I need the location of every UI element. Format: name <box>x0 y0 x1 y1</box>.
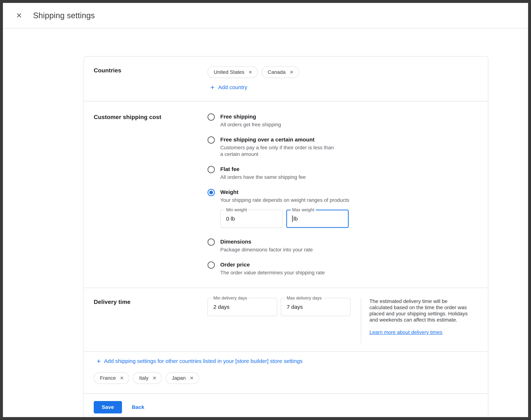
min-weight-field-label: Min weight <box>225 208 249 212</box>
max-delivery-days-label: Max delivery days <box>285 296 323 300</box>
chip-label: Japan <box>172 375 186 381</box>
max-weight-field-label: Max weight <box>291 208 316 212</box>
country-chip-japan: Japan ✕ <box>166 372 199 384</box>
max-weight-field-value: lb <box>293 216 298 222</box>
add-other-countries-button[interactable]: + Add shipping settings for other countr… <box>94 358 303 365</box>
min-delivery-days-value: 2 days <box>213 304 229 310</box>
add-other-countries-label: Add shipping settings for other countrie… <box>104 358 303 364</box>
radio-option-dimensions[interactable]: Dimensions Package dimensions factor int… <box>208 238 349 253</box>
text-caret <box>292 215 293 222</box>
radio-option-order-price[interactable]: Order price The order value determines y… <box>208 261 349 276</box>
delivery-fields: Min delivery days 2 days Max delivery da… <box>208 298 350 344</box>
countries-label: Countries <box>94 66 208 91</box>
countries-content: United States ✕ Canada ✕ <box>208 66 299 91</box>
min-delivery-days-field[interactable]: Min delivery days 2 days <box>208 298 277 316</box>
dialog-header: ✕ Shipping settings <box>3 3 528 29</box>
page-title: Shipping settings <box>33 11 95 20</box>
option-description: Package dimensions factor into your rate <box>220 246 313 253</box>
country-chip-list: United States ✕ Canada ✕ <box>208 66 299 78</box>
plus-icon: + <box>97 358 101 365</box>
shipping-cost-section: Customer shipping cost Free shipping All… <box>84 101 488 288</box>
plus-icon: + <box>211 84 214 91</box>
radio-icon[interactable] <box>208 261 215 269</box>
chip-label: United States <box>214 69 244 75</box>
option-title: Dimensions <box>220 238 313 245</box>
close-icon: ✕ <box>289 70 294 75</box>
back-button[interactable]: Back <box>130 404 147 410</box>
radio-option-free-shipping[interactable]: Free shipping All orders get free shippi… <box>208 113 349 128</box>
radio-option-flat-fee[interactable]: Flat fee All orders have the same shippi… <box>208 165 349 180</box>
close-icon: ✕ <box>190 376 194 380</box>
min-weight-field[interactable]: Min weight 0 lb <box>220 210 283 228</box>
max-weight-field[interactable]: Max weight lb <box>286 210 349 228</box>
close-icon: ✕ <box>120 376 124 380</box>
country-chip-italy: Italy ✕ <box>133 372 162 384</box>
country-chip-united-states: United States ✕ <box>208 66 258 78</box>
option-description: Customers pay a fee only if their order … <box>220 144 338 157</box>
chip-remove-button[interactable]: ✕ <box>289 69 294 75</box>
other-countries-section: + Add shipping settings for other countr… <box>84 351 488 393</box>
close-icon: ✕ <box>248 70 252 75</box>
option-title: Free shipping over a certain amount <box>220 136 338 143</box>
learn-more-link[interactable]: Learn more about delivery times <box>369 329 442 335</box>
delivery-time-content: Min delivery days 2 days Max delivery da… <box>208 298 478 344</box>
delivery-info: The estimated delivery time will be calc… <box>369 298 469 344</box>
add-country-label: Add country <box>218 84 247 90</box>
chip-remove-button[interactable]: ✕ <box>248 69 253 75</box>
max-delivery-days-field[interactable]: Max delivery days 7 days <box>281 298 350 316</box>
option-description: All orders have the same shipping fee <box>220 174 306 180</box>
radio-option-weight[interactable]: Weight Your shipping rate depends on wei… <box>208 189 349 230</box>
settings-card: Countries United States ✕ Canada ✕ <box>84 56 488 420</box>
delivery-time-section: Delivery time Min delivery days 2 days M… <box>84 288 488 351</box>
radio-icon[interactable] <box>208 136 215 144</box>
delivery-time-label: Delivery time <box>94 298 208 344</box>
chip-label: Canada <box>268 69 286 75</box>
option-title: Order price <box>220 261 325 268</box>
actions-section: Save Back <box>84 393 488 420</box>
shipping-cost-options: Free shipping All orders get free shippi… <box>208 113 349 277</box>
vertical-divider <box>361 298 361 344</box>
chip-remove-button[interactable]: ✕ <box>189 375 194 381</box>
radio-icon[interactable] <box>208 166 215 173</box>
other-country-chip-list: France ✕ Italy ✕ Japan ✕ <box>94 372 478 384</box>
option-title: Flat fee <box>220 165 306 173</box>
chip-label: France <box>100 375 116 381</box>
radio-option-free-over-amount[interactable]: Free shipping over a certain amount Cust… <box>208 136 349 157</box>
delivery-info-text: The estimated delivery time will be calc… <box>369 298 469 323</box>
shipping-settings-dialog: ✕ Shipping settings Countries United Sta… <box>0 0 531 420</box>
country-chip-france: France ✕ <box>94 372 129 384</box>
countries-section: Countries United States ✕ Canada ✕ <box>84 57 488 101</box>
close-icon: ✕ <box>16 12 22 19</box>
chip-remove-button[interactable]: ✕ <box>119 375 124 381</box>
add-country-button[interactable]: + Add country <box>208 84 247 91</box>
max-delivery-days-value: 7 days <box>287 304 303 310</box>
radio-icon[interactable] <box>208 239 215 246</box>
chip-remove-button[interactable]: ✕ <box>152 375 157 381</box>
option-description: The order value determines your shipping… <box>220 270 325 276</box>
option-title: Free shipping <box>220 113 281 120</box>
radio-icon[interactable] <box>208 113 215 121</box>
option-description: All orders get free shipping <box>220 121 281 128</box>
weight-fields: Min weight 0 lb Max weight lb <box>220 210 349 228</box>
chip-label: Italy <box>139 375 149 381</box>
option-description: Your shipping rate depends on weight ran… <box>220 197 349 203</box>
close-button[interactable]: ✕ <box>14 10 24 21</box>
shipping-cost-label: Customer shipping cost <box>94 113 208 277</box>
radio-icon[interactable] <box>208 189 215 196</box>
country-chip-canada: Canada ✕ <box>261 66 299 78</box>
min-delivery-days-label: Min delivery days <box>212 296 249 300</box>
save-button[interactable]: Save <box>94 401 122 413</box>
close-icon: ✕ <box>152 376 156 380</box>
option-title: Weight <box>220 189 349 196</box>
min-weight-field-value: 0 lb <box>226 216 235 222</box>
